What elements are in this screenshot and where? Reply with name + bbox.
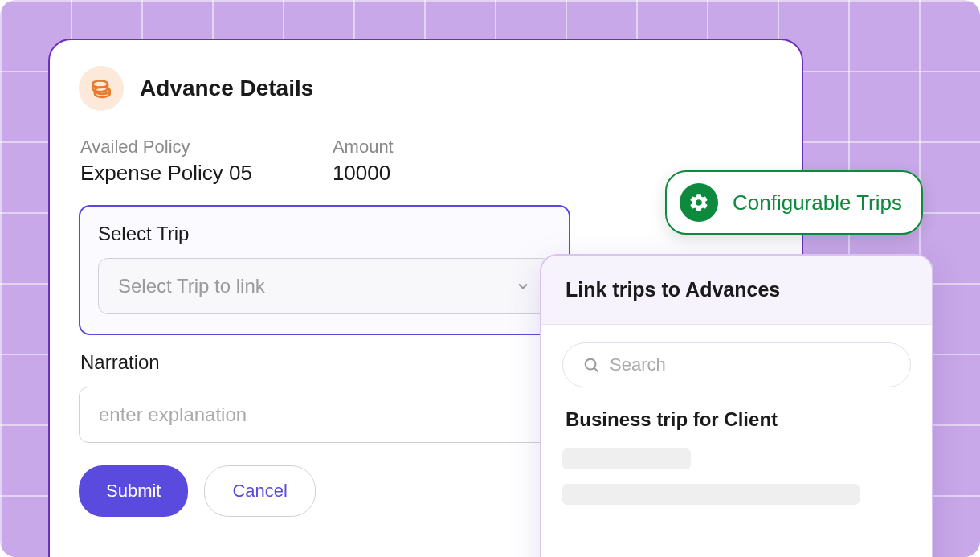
coins-icon bbox=[79, 66, 124, 111]
search-icon bbox=[582, 356, 600, 374]
search-input[interactable] bbox=[610, 354, 891, 375]
card-header: Advance Details bbox=[79, 66, 773, 111]
amount-value: 10000 bbox=[333, 161, 394, 186]
panel-title: Link trips to Advances bbox=[566, 278, 908, 301]
narration-input[interactable] bbox=[79, 387, 570, 443]
configurable-trips-text: Configurable Trips bbox=[733, 190, 902, 215]
select-trip-dropdown[interactable]: Select Trip to link bbox=[98, 258, 551, 314]
card-title: Advance Details bbox=[140, 76, 313, 101]
gear-icon bbox=[680, 183, 718, 222]
link-trips-panel: Link trips to Advances Business trip for… bbox=[540, 254, 933, 557]
amount-group: Amount 10000 bbox=[333, 137, 394, 186]
panel-header: Link trips to Advances bbox=[541, 256, 932, 325]
select-trip-block: Select Trip Select Trip to link bbox=[79, 205, 570, 335]
chevron-down-icon bbox=[515, 278, 531, 294]
trip-item[interactable]: Business trip for Client bbox=[562, 408, 911, 431]
availed-policy-group: Availed Policy Expense Policy 05 bbox=[80, 137, 252, 186]
cancel-button[interactable]: Cancel bbox=[204, 465, 315, 517]
configurable-trips-badge[interactable]: Configurable Trips bbox=[665, 170, 923, 235]
availed-policy-label: Availed Policy bbox=[80, 137, 252, 158]
select-trip-label: Select Trip bbox=[98, 223, 551, 245]
svg-point-2 bbox=[586, 359, 596, 370]
skeleton-line bbox=[562, 448, 691, 469]
narration-block: Narration bbox=[79, 351, 570, 443]
submit-button[interactable]: Submit bbox=[79, 465, 188, 517]
amount-label: Amount bbox=[333, 137, 394, 158]
select-trip-placeholder: Select Trip to link bbox=[118, 275, 265, 297]
skeleton-line bbox=[562, 484, 860, 505]
availed-policy-value: Expense Policy 05 bbox=[80, 161, 252, 186]
panel-body: Business trip for Client bbox=[541, 325, 932, 537]
search-box[interactable] bbox=[562, 342, 911, 387]
svg-line-3 bbox=[594, 368, 598, 371]
narration-label: Narration bbox=[79, 351, 570, 374]
